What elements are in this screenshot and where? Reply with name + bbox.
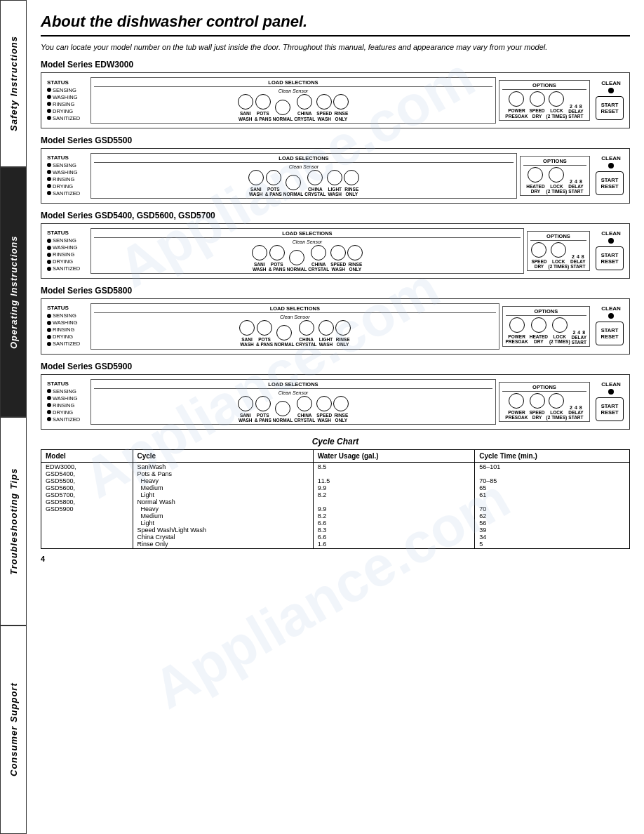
btn-sani-wash-5500[interactable]: SANIWASH: [248, 170, 264, 197]
btn-normal-5900[interactable]: NORMAL: [273, 401, 293, 423]
btn-normal[interactable]: NORMAL: [273, 100, 293, 121]
btn-lock-5500[interactable]: LOCK(2 TIMES): [546, 167, 568, 194]
btn-rinse-only-5800[interactable]: RINSEONLY: [335, 320, 351, 347]
model-gsd5400: Model Series GSD5400, GSD5600, GSD5700 S…: [41, 211, 630, 279]
options-edw3000: OPTIONS POWERPRESOAK SPEEDDRY LOCK(2 TIM…: [499, 80, 590, 120]
load-selections-gsd5500: LOAD SELECTIONS Clean Sensor SANIWASH PO…: [90, 153, 517, 199]
btn-rinse-only-5400[interactable]: RINSEONLY: [347, 245, 363, 272]
tab-operating: Operating Instructions: [0, 167, 27, 417]
options-gsd5500: OPTIONS HEATEDDRY LOCK(2 TIMES) 248 DELA…: [520, 156, 590, 196]
btn-speed-wash[interactable]: SPEEDWASH: [316, 94, 332, 121]
btn-lock-5800[interactable]: LOCK(2 TIMES): [549, 317, 570, 344]
model-title-gsd5900: Model Series GSD5900: [41, 362, 630, 371]
btn-pots-pans-5400[interactable]: POTS& PANS: [269, 245, 286, 272]
clean-indicator-5800: CLEAN: [601, 305, 621, 319]
status-section-gsd5800: STATUS SENSING WASHING RINSING DRYING SA…: [47, 305, 88, 348]
main-content: About the dishwasher control panel. You …: [27, 0, 644, 570]
clean-start-gsd5400: CLEAN STARTRESET: [596, 230, 624, 272]
clean-start-gsd5800: CLEAN STARTRESET: [596, 305, 624, 347]
model-title-gsd5500: Model Series GSD5500: [41, 135, 630, 145]
status-section-gsd5900: STATUS SENSING WASHING RINSING DRYING SA…: [47, 380, 88, 423]
page-title: About the dishwasher control panel.: [41, 13, 630, 37]
cell-model: EDW3000, GSD5400, GSD5500, GSD5600, GSD5…: [41, 462, 133, 548]
cycle-chart-section: Cycle Chart Model Cycle Water Usage (gal…: [41, 437, 630, 563]
btn-power-presoak[interactable]: POWERPRESOAK: [505, 91, 528, 118]
btn-light-wash-5800[interactable]: LIGHTWASH: [318, 320, 334, 347]
model-gsd5500: Model Series GSD5500 STATUS SENSING WASH…: [41, 135, 630, 204]
btn-rinse-only-5900[interactable]: RINSEONLY: [333, 396, 349, 423]
status-section-gsd5500: STATUS SENSING WASHING RINSING DRYING SA…: [47, 154, 88, 197]
panel-box-gsd5800: STATUS SENSING WASHING RINSING DRYING SA…: [41, 298, 630, 354]
options-gsd5400: OPTIONS SPEEDDRY LOCK(2 TIMES) 248 DELAY…: [527, 231, 590, 271]
btn-lock-5900[interactable]: LOCK(2 TIMES): [546, 393, 568, 420]
clean-start-gsd5500: CLEAN STARTRESET: [596, 155, 624, 197]
cell-cycle: SaniWash Pots & Pans Heavy Medium Light …: [133, 462, 313, 548]
col-model: Model: [41, 449, 133, 462]
load-selections-gsd5800: LOAD SELECTIONS Clean Sensor SANIWASH PO…: [90, 303, 499, 349]
btn-pots-pans-5500[interactable]: POTS& PANS: [265, 170, 282, 197]
delay-group: 248 DELAYSTART: [568, 104, 583, 119]
col-time: Cycle Time (min.): [475, 449, 630, 462]
btn-normal-5400[interactable]: NORMAL: [287, 250, 307, 272]
btn-speed-dry[interactable]: SPEEDDRY: [530, 91, 545, 118]
btn-heated-dry-5800[interactable]: HEATEDDRY: [530, 317, 548, 344]
clean-indicator-5500: CLEAN: [601, 155, 621, 168]
cycle-table: Model Cycle Water Usage (gal.) Cycle Tim…: [41, 449, 630, 549]
page-number: 4: [41, 555, 630, 563]
model-gsd5800: Model Series GSD5800 STATUS SENSING WASH…: [41, 286, 630, 354]
btn-pots-pans-5900[interactable]: POTS& PANS: [255, 396, 271, 423]
btn-speed-wash-5900[interactable]: SPEEDWASH: [316, 396, 332, 423]
btn-start-reset-5500[interactable]: STARTRESET: [596, 171, 624, 195]
btn-rinse-only[interactable]: RINSEONLY: [333, 94, 349, 121]
intro-text: You can locate your model number on the …: [41, 42, 630, 53]
delay-group-5900: 248 DELAYSTART: [568, 405, 583, 420]
cycle-chart-title: Cycle Chart: [41, 437, 630, 446]
btn-sani-wash-5400[interactable]: SANIWASH: [252, 245, 267, 272]
btn-speed-dry-5900[interactable]: SPEEDDRY: [530, 393, 545, 420]
cell-water: 8.5 11.5 9.9 8.2 9.9 8.2 6.6 8.3 6.6 1.6: [313, 462, 475, 548]
btn-start-reset-5400[interactable]: STARTRESET: [596, 246, 624, 270]
tab-consumer: Consumer Support: [0, 626, 27, 834]
btn-start-reset-5900[interactable]: STARTRESET: [596, 397, 624, 421]
btn-start-reset-5800[interactable]: STARTRESET: [596, 322, 624, 345]
delay-group-5800: 248 DELAYSTART: [572, 330, 586, 345]
btn-sani-wash-5800[interactable]: SANIWASH: [239, 320, 255, 347]
btn-pots-pans[interactable]: POTS& PANS: [255, 94, 271, 121]
panel-box-gsd5500: STATUS SENSING WASHING RINSING DRYING SA…: [41, 148, 630, 204]
btn-lock-5400[interactable]: LOCK(2 TIMES): [548, 242, 569, 269]
btn-normal-5800[interactable]: NORMAL: [274, 325, 295, 347]
btn-china-crystal-5800[interactable]: CHINACRYSTAL: [296, 320, 317, 347]
tab-operating-label: Operating Instructions: [8, 235, 19, 348]
btn-rinse-only-5500[interactable]: RINSEONLY: [344, 170, 359, 197]
btn-speed-dry-5400[interactable]: SPEEDDRY: [531, 242, 546, 269]
btn-lock[interactable]: LOCK(2 TIMES): [546, 91, 568, 118]
btn-normal-5500[interactable]: NORMAL: [283, 175, 304, 197]
btn-power-presoak-5800[interactable]: POWERPRESOAK: [506, 317, 528, 344]
clean-start-edw3000: CLEAN STARTRESET: [596, 80, 624, 121]
btn-speed-wash-5400[interactable]: SPEEDWASH: [330, 245, 346, 272]
delay-group-5400: 248 DELAYSTART: [570, 254, 585, 269]
btn-sani-wash[interactable]: SANIWASH: [238, 94, 253, 121]
btn-china-crystal-5400[interactable]: CHINACRYSTAL: [308, 245, 329, 272]
model-title-gsd5800: Model Series GSD5800: [41, 286, 630, 296]
clean-indicator: CLEAN: [601, 80, 621, 93]
btn-heated-dry-5500[interactable]: HEATEDDRY: [526, 167, 544, 194]
btn-start-reset[interactable]: STARTRESET: [596, 96, 624, 120]
tab-troubleshooting-label: Troubleshooting Tips: [8, 468, 19, 574]
btn-power-presoak-5900[interactable]: POWERPRESOAK: [505, 393, 528, 420]
status-section-edw3000: STATUS SENSING WASHING RINSING DRYING SA…: [47, 79, 88, 122]
panel-box-gsd5400: STATUS SENSING WASHING RINSING DRYING SA…: [41, 223, 630, 279]
tab-consumer-label: Consumer Support: [8, 683, 19, 777]
btn-light-wash-5500[interactable]: LIGHTWASH: [327, 170, 342, 197]
btn-china-crystal-5500[interactable]: CHINACRYSTAL: [304, 170, 326, 197]
clean-indicator-5900: CLEAN: [601, 381, 621, 395]
btn-china-crystal-5900[interactable]: CHINACRYSTAL: [294, 396, 315, 423]
model-title-gsd5400: Model Series GSD5400, GSD5600, GSD5700: [41, 211, 630, 220]
panel-box-gsd5900: STATUS SENSING WASHING RINSING DRYING SA…: [41, 374, 630, 430]
btn-sani-wash-5900[interactable]: SANIWASH: [238, 396, 253, 423]
col-water: Water Usage (gal.): [313, 449, 475, 462]
btn-china-crystal[interactable]: CHINACRYSTAL: [294, 94, 315, 121]
tab-safety-label: Safety Instructions: [8, 36, 19, 131]
clean-start-gsd5900: CLEAN STARTRESET: [596, 381, 624, 423]
btn-pots-pans-5800[interactable]: POTS& PANS: [256, 320, 273, 347]
